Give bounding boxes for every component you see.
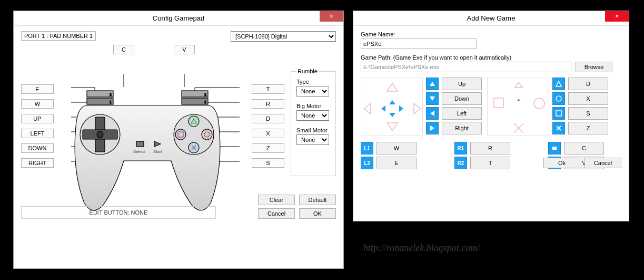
controller-diagram: C V E W UP LEFT DOWN RIGHT T R xyxy=(21,45,284,219)
svg-point-37 xyxy=(202,129,212,140)
map-down[interactable]: Down xyxy=(442,92,482,105)
map-e[interactable]: E xyxy=(21,84,54,94)
map-v[interactable]: V xyxy=(174,45,195,54)
map-r[interactable]: R xyxy=(252,99,284,109)
map-x[interactable]: X xyxy=(252,129,284,138)
svg-point-35 xyxy=(189,116,199,127)
close-button[interactable]: × xyxy=(605,11,629,22)
game-name-label: Game Name: xyxy=(361,31,621,37)
map-up[interactable]: UP xyxy=(21,114,54,123)
map-s[interactable]: S xyxy=(252,158,284,168)
l2-icon[interactable]: L2 xyxy=(361,157,373,169)
titlebar: Config Gamepad × xyxy=(14,11,343,26)
circle-icon[interactable] xyxy=(552,92,565,105)
svg-marker-48 xyxy=(430,96,435,101)
map-l2[interactable]: E xyxy=(377,157,417,169)
cross-icon[interactable] xyxy=(552,122,565,134)
titlebar: Add New Game × xyxy=(353,11,629,26)
cancel-button[interactable]: Cancel xyxy=(258,208,295,219)
map-triangle[interactable]: D xyxy=(568,78,608,90)
svg-rect-55 xyxy=(556,111,561,116)
rumble-group: Rumble Type None Big Motor None Small Mo… xyxy=(291,68,336,176)
svg-marker-53 xyxy=(556,81,561,86)
map-r1[interactable]: R xyxy=(470,142,510,155)
add-new-game-window: Add New Game × Game Name: Game Path: (Ga… xyxy=(353,11,629,221)
map-c[interactable]: C xyxy=(113,45,134,54)
map-r2[interactable]: T xyxy=(470,157,510,169)
svg-marker-44 xyxy=(389,113,395,117)
r1-icon[interactable]: R1 xyxy=(454,142,467,155)
l1-icon[interactable]: L1 xyxy=(361,142,373,155)
map-right[interactable]: RIGHT xyxy=(21,158,54,168)
r2-icon[interactable]: R2 xyxy=(454,157,467,169)
browse-button[interactable]: Browse xyxy=(576,62,612,72)
svg-marker-47 xyxy=(430,82,435,86)
close-button[interactable]: × xyxy=(320,11,343,22)
svg-marker-43 xyxy=(389,100,395,104)
dpad-preview xyxy=(361,78,423,136)
port-indicator[interactable]: PORT 1 : PAD NUMBER 1 xyxy=(21,31,96,41)
rumble-big-label: Big Motor xyxy=(296,103,330,109)
svg-point-54 xyxy=(556,96,561,101)
cancel-button[interactable]: Cancel xyxy=(584,158,621,168)
edit-status: EDIT BUTTON: NONE xyxy=(21,206,216,219)
game-path-label: Game Path: (Game Exe if you want to open… xyxy=(361,54,621,61)
arrow-down-icon[interactable] xyxy=(426,92,439,105)
window-title: Config Gamepad xyxy=(153,14,204,22)
map-select[interactable]: C xyxy=(564,142,604,155)
svg-text:2: 2 xyxy=(204,93,206,96)
default-button[interactable]: Default xyxy=(299,195,336,205)
svg-marker-46 xyxy=(399,105,403,112)
map-right[interactable]: Right xyxy=(442,122,482,134)
map-z[interactable]: Z xyxy=(252,143,284,153)
svg-rect-52 xyxy=(494,98,503,108)
svg-point-36 xyxy=(175,129,186,140)
clear-button[interactable]: Clear xyxy=(258,195,295,205)
controller-type-select[interactable]: [SCPH-1080] Digital xyxy=(231,31,336,42)
rumble-legend: Rumble xyxy=(296,68,319,74)
game-name-input[interactable] xyxy=(361,38,477,49)
face-preview xyxy=(487,78,549,136)
svg-marker-45 xyxy=(381,105,385,112)
game-path-input[interactable] xyxy=(361,62,571,72)
svg-text:2: 2 xyxy=(110,93,112,96)
svg-marker-50 xyxy=(430,125,434,131)
svg-text:1: 1 xyxy=(110,100,112,104)
rumble-type-select[interactable]: None xyxy=(296,86,329,96)
map-cross[interactable]: Z xyxy=(568,122,608,134)
arrow-up-icon[interactable] xyxy=(426,78,439,90)
map-up[interactable]: Up xyxy=(442,78,482,90)
map-circle[interactable]: X xyxy=(568,92,608,105)
rumble-small-select[interactable]: None xyxy=(296,134,329,145)
window-title: Add New Game xyxy=(467,14,516,22)
map-t[interactable]: T xyxy=(252,84,284,94)
watermark-text: http://ronanelek.blogspot.com/ xyxy=(363,243,480,254)
svg-point-33 xyxy=(97,131,103,138)
select-label: Select xyxy=(133,149,145,154)
svg-text:1: 1 xyxy=(204,100,206,104)
svg-point-51 xyxy=(534,98,544,109)
svg-rect-56 xyxy=(552,147,557,150)
ok-button[interactable]: OK xyxy=(299,208,336,219)
map-w[interactable]: W xyxy=(21,99,54,109)
map-left[interactable]: LEFT xyxy=(21,129,54,138)
rumble-small-label: Small Motor xyxy=(296,127,330,133)
start-label: Start xyxy=(153,149,163,154)
svg-rect-41 xyxy=(136,141,144,147)
arrow-right-icon[interactable] xyxy=(426,122,439,134)
map-d[interactable]: D xyxy=(252,114,284,123)
map-l1[interactable]: W xyxy=(377,142,417,155)
map-down[interactable]: DOWN xyxy=(21,143,54,153)
rumble-type-label: Type xyxy=(296,79,330,85)
map-square[interactable]: S xyxy=(568,107,608,120)
map-left[interactable]: Left xyxy=(442,107,482,120)
square-icon[interactable] xyxy=(552,107,565,120)
select-icon[interactable] xyxy=(548,142,561,155)
arrow-left-icon[interactable] xyxy=(426,107,439,120)
rumble-big-select[interactable]: None xyxy=(296,110,329,121)
config-gamepad-window: Config Gamepad × PORT 1 : PAD NUMBER 1 [… xyxy=(13,11,344,269)
svg-marker-49 xyxy=(430,111,434,116)
ok-button[interactable]: Ok xyxy=(543,158,580,168)
triangle-icon[interactable] xyxy=(552,78,565,90)
